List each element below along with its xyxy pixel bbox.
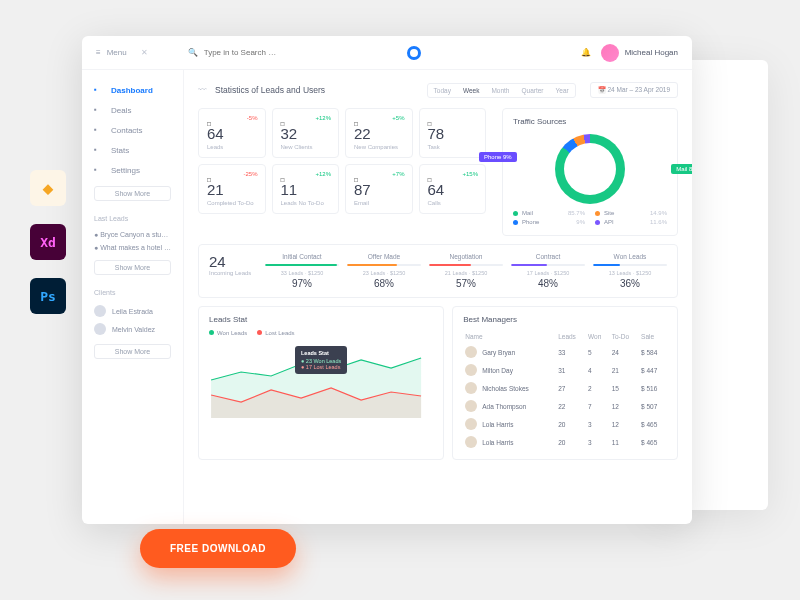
funnel-stage: Initial Contact33 Leads · $125097%	[265, 253, 339, 289]
managers-title: Best Managers	[463, 315, 667, 324]
incoming-leads: 24Incoming Leads	[209, 253, 257, 289]
stats-icon: 〰	[198, 85, 207, 95]
legend-item: Phone 9%	[513, 219, 585, 225]
chart-legend: Won LeadsLost Leads	[209, 330, 433, 336]
last-leads-title: Last Leads	[94, 215, 171, 222]
metric-delta: +7%	[392, 171, 404, 177]
period-month[interactable]: Month	[485, 84, 515, 97]
clients-title: Clients	[94, 289, 171, 296]
user-name: Micheal Hogan	[625, 48, 678, 57]
date-range-picker[interactable]: 📅 24 Mar – 23 Apr 2019	[590, 82, 678, 98]
nav-item-settings[interactable]: ▪Settings	[94, 160, 171, 180]
metric-card[interactable]: ▫+12%11Leads No To-Do	[272, 164, 340, 214]
chart-tooltip: Leads Stat ● 23 Won Leads ● 17 Lost Lead…	[295, 346, 347, 374]
user-avatar[interactable]	[601, 44, 619, 62]
nav-item-deals[interactable]: ▪Deals	[94, 100, 171, 120]
period-today[interactable]: Today	[428, 84, 457, 97]
traffic-badge-mail: Mail 85.7%	[671, 164, 692, 174]
metric-icon: ▫	[206, 115, 215, 124]
brand-logo	[407, 46, 421, 60]
avatar	[465, 418, 477, 430]
period-quarter[interactable]: Quarter	[515, 84, 549, 97]
show-more-nav[interactable]: Show More	[94, 186, 171, 201]
metric-card[interactable]: ▫+7%87Email	[345, 164, 413, 214]
metric-card[interactable]: ▫+5%22New Companies	[345, 108, 413, 158]
table-row[interactable]: Ada Thompson22712$ 507	[463, 397, 667, 415]
metric-card[interactable]: ▫+12%32New Clients	[272, 108, 340, 158]
hamburger-icon[interactable]: ≡	[96, 48, 101, 57]
table-row[interactable]: Milton Day31421$ 447	[463, 361, 667, 379]
metric-delta: +12%	[315, 171, 331, 177]
metric-delta: -5%	[247, 115, 258, 121]
nav-icon: ▪	[94, 105, 104, 115]
avatar	[465, 382, 477, 394]
table-header: Won	[586, 330, 610, 343]
metric-icon: ▫	[353, 115, 362, 124]
metric-delta: -25%	[243, 171, 257, 177]
dashboard-window: ≡ Menu ✕ 🔍 🔔 Micheal Hogan ▪Dashboard▪De…	[82, 36, 692, 524]
table-row[interactable]: Lola Harris20311$ 465	[463, 433, 667, 451]
avatar	[465, 364, 477, 376]
funnel-stage: Contract17 Leads · $125048%	[511, 253, 585, 289]
menu-label: Menu	[107, 48, 127, 57]
traffic-legend: Mail 85.7%Site 14.9%Phone 9%API 11.6%	[513, 210, 667, 225]
client-item[interactable]: Melvin Valdez	[94, 320, 171, 338]
client-item[interactable]: Leila Estrada	[94, 302, 171, 320]
period-week[interactable]: Week	[457, 84, 486, 97]
metric-icon: ▫	[280, 115, 289, 124]
table-row[interactable]: Lola Harris20312$ 465	[463, 415, 667, 433]
nav-item-contacts[interactable]: ▪Contacts	[94, 120, 171, 140]
metric-icon: ▫	[427, 171, 436, 180]
close-icon[interactable]: ✕	[141, 48, 148, 57]
photoshop-icon: Ps	[30, 278, 66, 314]
top-header: ≡ Menu ✕ 🔍 🔔 Micheal Hogan	[82, 36, 692, 70]
nav-item-stats[interactable]: ▪Stats	[94, 140, 171, 160]
nav-icon: ▪	[94, 125, 104, 135]
managers-table: NameLeadsWonTo-DoSaleGary Bryan33524$ 58…	[463, 330, 667, 451]
avatar	[94, 305, 106, 317]
sidebar: ▪Dashboard▪Deals▪Contacts▪Stats▪Settings…	[82, 70, 184, 524]
metric-icon: ▫	[353, 171, 362, 180]
table-row[interactable]: Nicholas Stokes27215$ 516	[463, 379, 667, 397]
legend-item: Won Leads	[209, 330, 247, 336]
search-icon: 🔍	[188, 48, 198, 57]
metric-card[interactable]: ▫-25%21Completed To-Do	[198, 164, 266, 214]
avatar	[94, 323, 106, 335]
free-download-button[interactable]: FREE DOWNLOAD	[140, 529, 296, 568]
funnel-stage: Won Leads13 Leads · $125036%	[593, 253, 667, 289]
metric-card[interactable]: ▫-5%64Leads	[198, 108, 266, 158]
bell-icon[interactable]: 🔔	[581, 48, 591, 57]
table-row[interactable]: Gary Bryan33524$ 584	[463, 343, 667, 361]
nav-item-dashboard[interactable]: ▪Dashboard	[94, 80, 171, 100]
table-header: To-Do	[610, 330, 639, 343]
show-more-leads[interactable]: Show More	[94, 260, 171, 275]
metric-card[interactable]: ▫78Task	[419, 108, 487, 158]
avatar	[465, 400, 477, 412]
legend-item: Mail 85.7%	[513, 210, 585, 216]
traffic-donut	[555, 134, 625, 204]
period-year[interactable]: Year	[550, 84, 575, 97]
nav-icon: ▪	[94, 85, 104, 95]
legend-item: Lost Leads	[257, 330, 294, 336]
metric-icon: ▫	[206, 171, 215, 180]
best-managers-card: Best Managers NameLeadsWonTo-DoSaleGary …	[452, 306, 678, 460]
avatar	[465, 436, 477, 448]
table-header: Name	[463, 330, 556, 343]
lead-item[interactable]: ● What makes a hotel bou…	[94, 241, 171, 254]
page-title: Statistics of Leads and Users	[215, 85, 325, 95]
metric-card[interactable]: ▫+15%64Calls	[419, 164, 487, 214]
leads-stat-card: Leads Stat Won LeadsLost Leads Leads Sta…	[198, 306, 444, 460]
chart-title: Leads Stat	[209, 315, 433, 324]
period-segmented[interactable]: TodayWeekMonthQuarterYear	[427, 83, 576, 98]
funnel-stage: Offer Made23 Leads · $125068%	[347, 253, 421, 289]
show-more-clients[interactable]: Show More	[94, 344, 171, 359]
legend-item: API 11.6%	[595, 219, 667, 225]
search-field[interactable]: 🔍	[188, 48, 407, 57]
search-input[interactable]	[204, 48, 324, 57]
avatar	[465, 346, 477, 358]
format-badges: ◆ Xd Ps	[30, 170, 66, 314]
table-header: Sale	[639, 330, 667, 343]
lead-item[interactable]: ● Bryce Canyon a stunnin…	[94, 228, 171, 241]
nav-icon: ▪	[94, 165, 104, 175]
traffic-sources-card: Traffic Sources Phone 9% Mail 85.7% Mail…	[502, 108, 678, 236]
